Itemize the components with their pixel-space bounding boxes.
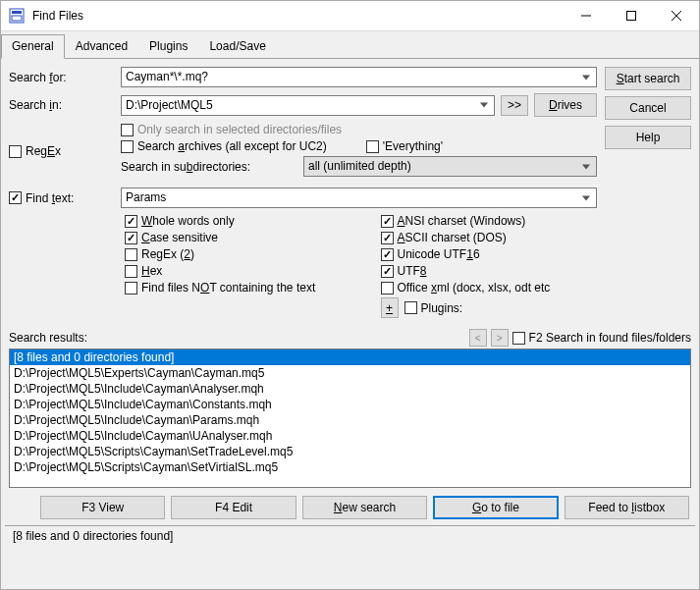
next-result-button[interactable]: >: [491, 329, 509, 347]
new-search-button[interactable]: New search: [302, 496, 427, 519]
not-containing-checkbox[interactable]: Find files NOT containing the text: [125, 281, 315, 295]
plugins-checkbox[interactable]: Plugins:: [404, 301, 463, 315]
whole-words-checkbox[interactable]: Whole words only: [125, 214, 235, 228]
f2-search-found-checkbox[interactable]: F2 Search in found files/folders: [512, 331, 691, 345]
window-title: Find Files: [32, 9, 564, 23]
search-in-input[interactable]: D:\Project\MQL5: [121, 95, 495, 116]
utf16-checkbox[interactable]: Unicode UTF16: [381, 247, 480, 261]
cancel-button[interactable]: Cancel: [605, 96, 691, 120]
result-summary[interactable]: [8 files and 0 directories found]: [10, 349, 690, 365]
tab-plugins[interactable]: Plugins: [138, 34, 198, 59]
result-item[interactable]: D:\Project\MQL5\Scripts\Cayman\SetVirtia…: [10, 459, 690, 475]
officexml-checkbox[interactable]: Office xml (docx, xlsx, odt etc: [381, 281, 551, 295]
feed-listbox-button[interactable]: Feed to listbox: [565, 496, 689, 519]
tabs: General Advanced Plugins Load/Save: [1, 33, 699, 59]
result-item[interactable]: D:\Project\MQL5\Include\Cayman\Params.mq…: [10, 412, 690, 428]
subdirs-label: Search in subdirectories:: [121, 160, 297, 174]
titlebar: Find Files: [1, 1, 699, 31]
find-files-dialog: Find Files General Advanced Plugins Load…: [0, 0, 700, 590]
hex-checkbox[interactable]: Hex: [125, 264, 162, 278]
ansi-checkbox[interactable]: ANSI charset (Windows): [381, 214, 526, 228]
search-in-label: Search in:: [9, 98, 115, 112]
svg-rect-4: [627, 12, 636, 21]
f3-view-button[interactable]: F3 View: [40, 496, 165, 519]
maximize-button[interactable]: [609, 1, 654, 30]
svg-rect-1: [12, 11, 22, 14]
close-button[interactable]: [654, 1, 699, 30]
search-for-label: Search for:: [9, 71, 115, 84]
help-button[interactable]: Help: [605, 126, 691, 149]
drives-button[interactable]: Drives: [534, 93, 597, 117]
browse-more-button[interactable]: >>: [501, 95, 528, 116]
ascii-checkbox[interactable]: ASCII charset (DOS): [381, 231, 507, 244]
statusbar: [8 files and 0 directories found]: [5, 525, 695, 546]
subdirs-combo[interactable]: all (unlimited depth): [303, 156, 597, 177]
svg-rect-2: [12, 16, 22, 21]
tab-advanced[interactable]: Advanced: [65, 34, 138, 59]
results-listbox[interactable]: [8 files and 0 directories found] D:\Pro…: [9, 349, 691, 488]
search-for-input[interactable]: Cayman*\*.mq?: [121, 67, 597, 87]
f4-edit-button[interactable]: F4 Edit: [171, 496, 296, 519]
result-item[interactable]: D:\Project\MQL5\Include\Cayman\Constants…: [10, 397, 690, 412]
prev-result-button[interactable]: <: [469, 329, 487, 347]
utf8-checkbox[interactable]: UTF8: [381, 264, 427, 278]
plugins-plus-button[interactable]: +: [381, 297, 399, 318]
result-item[interactable]: D:\Project\MQL5\Include\Cayman\UAnalyser…: [10, 428, 690, 444]
go-to-file-button[interactable]: Go to file: [433, 496, 558, 519]
start-search-button[interactable]: Start search: [605, 67, 691, 90]
find-text-checkbox[interactable]: Find text:: [9, 191, 115, 205]
result-item[interactable]: D:\Project\MQL5\Experts\Cayman\Cayman.mq…: [10, 365, 690, 381]
minimize-button[interactable]: [564, 1, 609, 30]
search-results-label: Search results:: [9, 331, 87, 345]
result-item[interactable]: D:\Project\MQL5\Include\Cayman\Analyser.…: [10, 381, 690, 397]
everything-checkbox[interactable]: 'Everything': [366, 139, 443, 153]
search-archives-checkbox[interactable]: Search archives (all except for UC2): [121, 139, 327, 153]
only-selected-checkbox[interactable]: Only search in selected directories/file…: [121, 123, 342, 136]
case-sensitive-checkbox[interactable]: Case sensitive: [125, 231, 218, 244]
app-icon: [9, 8, 25, 24]
tab-loadsave[interactable]: Load/Save: [198, 34, 276, 59]
tab-general[interactable]: General: [1, 34, 65, 59]
regex-checkbox[interactable]: RegEx: [9, 144, 115, 158]
regex2-checkbox[interactable]: RegEx (2): [125, 247, 194, 261]
result-item[interactable]: D:\Project\MQL5\Scripts\Cayman\SetTradeL…: [10, 444, 690, 459]
find-text-input[interactable]: Params: [121, 188, 597, 208]
